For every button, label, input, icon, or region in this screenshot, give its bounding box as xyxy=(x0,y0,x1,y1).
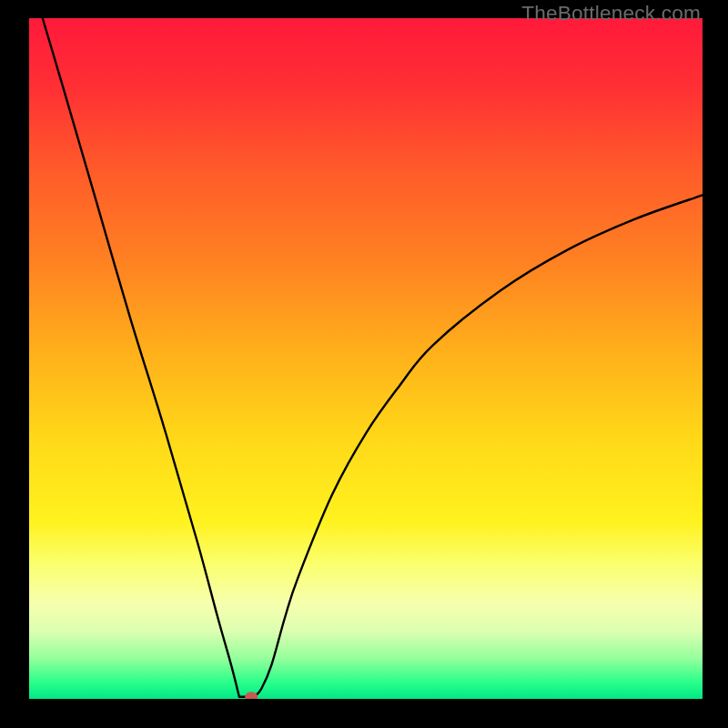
bottleneck-plot xyxy=(29,18,703,699)
gradient-background xyxy=(29,18,703,699)
watermark-text: TheBottleneck.com xyxy=(521,2,701,25)
chart-frame xyxy=(29,18,703,699)
